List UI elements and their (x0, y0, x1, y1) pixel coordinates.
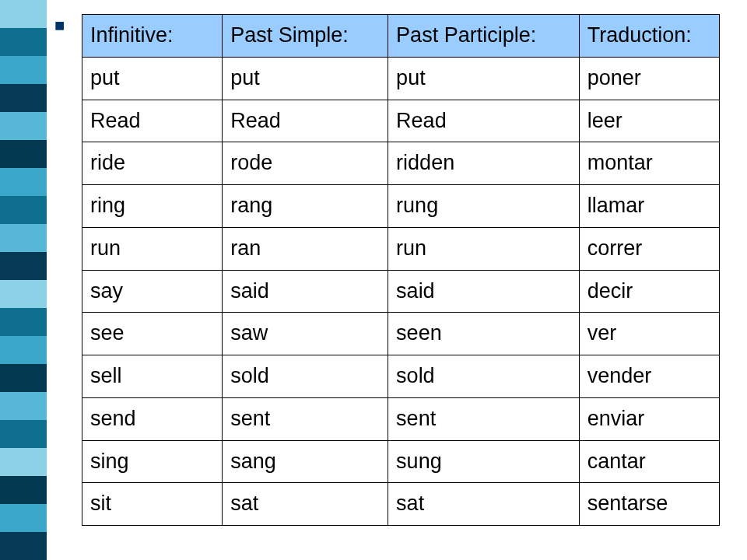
stripe (0, 224, 47, 252)
table-body: putputputponerReadReadReadleerrideroderi… (82, 57, 720, 525)
stripe (0, 448, 47, 476)
cell-ps: ran (223, 227, 388, 270)
cell-inf: see (82, 313, 223, 355)
table-row: ReadReadReadleer (82, 100, 720, 142)
table-row: ringrangrungllamar (82, 185, 720, 228)
cell-inf: run (82, 227, 223, 270)
table-row: sendsentsentenviar (82, 397, 720, 440)
cell-tr: decir (579, 270, 719, 313)
stripe (0, 364, 47, 392)
stripe (0, 420, 47, 448)
stripe (0, 532, 47, 560)
cell-ps: sat (223, 483, 388, 526)
cell-pp: rung (388, 185, 580, 228)
table-row: putputputponer (82, 57, 720, 100)
cell-tr: montar (579, 142, 719, 185)
cell-pp: put (388, 57, 580, 100)
cell-tr: vender (579, 355, 719, 398)
stripe (0, 140, 47, 168)
cell-pp: sat (388, 483, 580, 526)
cell-inf: Read (82, 100, 223, 142)
stripe (0, 56, 47, 84)
stripe (0, 504, 47, 532)
stripe (0, 84, 47, 112)
stripe (0, 196, 47, 224)
cell-pp: sent (388, 397, 580, 440)
stripe (0, 280, 47, 308)
table-row: saysaidsaiddecir (82, 270, 720, 313)
stripe (0, 392, 47, 420)
stripe (0, 168, 47, 196)
stripe (0, 0, 47, 28)
cell-inf: sell (82, 355, 223, 398)
table-row: singsangsungcantar (82, 440, 720, 483)
table-row: seesawseenver (82, 313, 720, 355)
header-traduction: Traduction: (579, 15, 719, 58)
slide: ■ Infinitive: Past Simple: Past Particip… (0, 0, 747, 560)
table-row: runranruncorrer (82, 227, 720, 270)
cell-ps: saw (223, 313, 388, 355)
bullet-marker: ■ (54, 16, 65, 36)
cell-ps: Read (223, 100, 388, 142)
header-infinitive: Infinitive: (82, 15, 223, 58)
table-row: sitsatsatsentarse (82, 483, 720, 526)
irregular-verbs-table: Infinitive: Past Simple: Past Participle… (82, 14, 720, 526)
cell-ps: sold (223, 355, 388, 398)
cell-ps: sang (223, 440, 388, 483)
cell-inf: say (82, 270, 223, 313)
decorative-stripe-sidebar (0, 0, 47, 560)
cell-tr: poner (579, 57, 719, 100)
cell-pp: ridden (388, 142, 580, 185)
cell-ps: sent (223, 397, 388, 440)
cell-tr: leer (579, 100, 719, 142)
cell-pp: run (388, 227, 580, 270)
cell-inf: put (82, 57, 223, 100)
stripe (0, 112, 47, 140)
cell-tr: ver (579, 313, 719, 355)
cell-tr: correr (579, 227, 719, 270)
cell-inf: ride (82, 142, 223, 185)
stripe (0, 308, 47, 336)
cell-tr: enviar (579, 397, 719, 440)
stripe (0, 476, 47, 504)
cell-ps: rode (223, 142, 388, 185)
cell-inf: sing (82, 440, 223, 483)
stripe (0, 28, 47, 56)
table-row: sellsoldsoldvender (82, 355, 720, 398)
cell-pp: Read (388, 100, 580, 142)
cell-pp: seen (388, 313, 580, 355)
cell-ps: put (223, 57, 388, 100)
cell-pp: said (388, 270, 580, 313)
cell-inf: ring (82, 185, 223, 228)
cell-pp: sold (388, 355, 580, 398)
stripe (0, 336, 47, 364)
table-header-row: Infinitive: Past Simple: Past Participle… (82, 15, 720, 58)
cell-ps: said (223, 270, 388, 313)
cell-pp: sung (388, 440, 580, 483)
cell-ps: rang (223, 185, 388, 228)
stripe (0, 252, 47, 280)
cell-tr: sentarse (579, 483, 719, 526)
header-past-participle: Past Participle: (388, 15, 580, 58)
header-past-simple: Past Simple: (223, 15, 388, 58)
cell-tr: llamar (579, 185, 719, 228)
cell-inf: sit (82, 483, 223, 526)
cell-tr: cantar (579, 440, 719, 483)
table-container: Infinitive: Past Simple: Past Participle… (82, 14, 720, 526)
table-row: rideroderiddenmontar (82, 142, 720, 185)
cell-inf: send (82, 397, 223, 440)
